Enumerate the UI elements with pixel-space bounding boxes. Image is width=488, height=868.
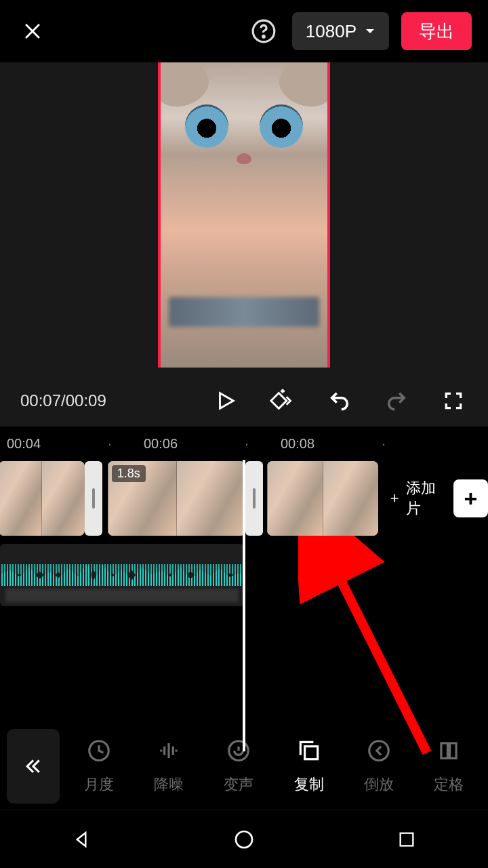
tool-reverse[interactable]: 倒放	[348, 738, 410, 795]
ruler-tick: 00:04	[7, 436, 76, 452]
top-bar: 1080P 导出	[0, 0, 488, 62]
video-clip[interactable]	[0, 461, 85, 536]
tool-denoise[interactable]: 降噪	[138, 738, 200, 795]
circle-home-icon	[233, 829, 255, 850]
nav-home[interactable]	[230, 826, 258, 853]
tool-label: 月度	[84, 774, 114, 795]
undo-button[interactable]	[325, 387, 354, 415]
chevron-double-left-icon	[23, 756, 43, 776]
copy-icon	[296, 738, 322, 768]
tool-copy[interactable]: 复制	[278, 738, 340, 795]
help-button[interactable]	[247, 15, 280, 47]
transport-bar: 00:07/00:09	[0, 374, 488, 427]
triangle-back-icon	[71, 829, 92, 850]
export-label: 导出	[419, 20, 454, 43]
tool-label: 倒放	[364, 774, 394, 795]
chevron-down-icon	[365, 27, 375, 35]
clip-handle-right[interactable]	[245, 461, 263, 536]
export-button[interactable]: 导出	[401, 12, 472, 50]
add-clip-button[interactable]: +	[453, 479, 488, 517]
redo-icon	[384, 389, 409, 412]
svg-point-9	[236, 831, 252, 848]
resolution-select[interactable]: 1080P	[292, 12, 389, 50]
play-button[interactable]	[211, 387, 240, 415]
add-clip-area[interactable]: + 添加片 +	[390, 478, 488, 519]
timecode: 00:07/00:09	[20, 391, 106, 410]
keyframe-icon	[269, 389, 296, 413]
tool-label: 复制	[294, 774, 324, 795]
help-icon	[251, 18, 277, 44]
add-clip-label: 添加片	[406, 478, 447, 519]
undo-icon	[327, 389, 352, 412]
resolution-label: 1080P	[306, 21, 357, 42]
clip-handle-left[interactable]	[85, 461, 102, 536]
svg-point-6	[369, 741, 389, 761]
audio-clip-label	[5, 589, 239, 602]
tool-label: 变声	[224, 774, 253, 795]
keyframe-button[interactable]	[268, 387, 297, 415]
playhead[interactable]	[243, 460, 245, 751]
freeze-icon	[436, 738, 462, 768]
square-recent-icon	[397, 830, 416, 849]
fullscreen-icon	[443, 390, 464, 412]
svg-rect-7	[441, 743, 448, 758]
video-preview[interactable]	[158, 62, 330, 368]
svg-rect-5	[304, 747, 317, 760]
nav-back[interactable]	[68, 826, 95, 853]
speed-icon	[86, 738, 112, 768]
play-icon	[214, 389, 237, 412]
ruler-tick: 00:06	[144, 436, 213, 452]
tool-speed[interactable]: 月度	[68, 738, 130, 795]
denoise-icon	[156, 738, 182, 768]
svg-rect-8	[450, 743, 457, 758]
clip-duration-badge: 1.8s	[112, 465, 146, 482]
nav-recent[interactable]	[393, 826, 420, 853]
timeline[interactable]: 1.8s + 添加片 +	[0, 460, 488, 751]
svg-rect-10	[401, 833, 413, 846]
close-button[interactable]	[16, 15, 49, 47]
audio-track[interactable]	[0, 544, 244, 606]
tool-freeze[interactable]: 定格	[418, 738, 480, 795]
preview-area	[0, 62, 488, 374]
ruler-tick: 00:08	[281, 436, 350, 452]
video-clip[interactable]	[267, 461, 378, 536]
system-nav-bar	[0, 810, 488, 868]
video-clip-selected[interactable]: 1.8s	[108, 461, 245, 536]
fullscreen-button[interactable]	[439, 387, 468, 415]
reverse-icon	[366, 738, 392, 768]
tool-voice[interactable]: 变声	[207, 738, 270, 795]
voice-icon	[226, 738, 251, 768]
svg-point-1	[263, 36, 265, 38]
redo-button[interactable]	[382, 387, 411, 415]
tool-label: 定格	[434, 774, 464, 795]
time-ruler[interactable]: 00:04 · 00:06 · 00:08 ·	[0, 427, 488, 460]
close-icon	[21, 20, 44, 43]
tool-label: 降噪	[154, 774, 184, 795]
toolbar-back-button[interactable]	[7, 729, 60, 804]
